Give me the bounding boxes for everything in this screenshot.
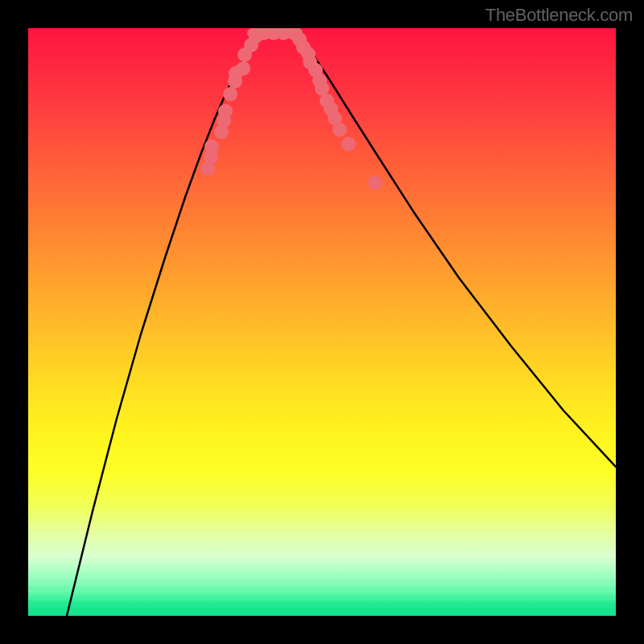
chart-svg-layer (28, 28, 616, 616)
marker-dot (218, 104, 233, 118)
marker-dot (223, 87, 237, 101)
marker-dot (368, 175, 382, 190)
series-right-curve (294, 35, 616, 467)
marker-dot (341, 137, 356, 151)
chart-plot-area (28, 28, 616, 616)
marker-dot (236, 61, 250, 76)
marker-dot (204, 139, 219, 154)
chart-markers (200, 28, 382, 190)
series-left-curve (67, 35, 260, 616)
watermark-text: TheBottleneck.com (485, 5, 633, 26)
marker-dot (332, 122, 347, 137)
